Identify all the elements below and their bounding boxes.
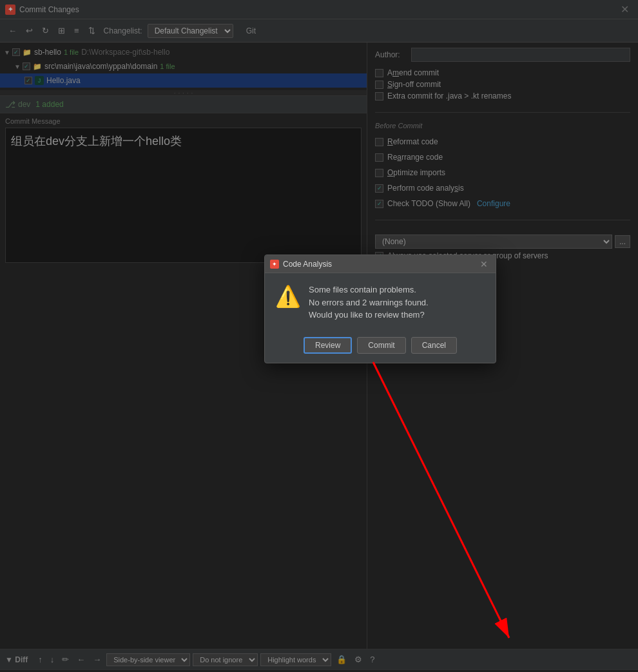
dialog-body: ⚠️ Some files contain problems. No error… (265, 273, 496, 332)
dialog-footer: Review Commit Cancel (265, 332, 496, 363)
dialog-commit-button[interactable]: Commit (357, 337, 405, 354)
dialog-app-icon: ✦ (270, 260, 279, 269)
modal-overlay: ✦ Code Analysis ✕ ⚠️ Some files contain … (0, 0, 638, 672)
dialog-title-bar: ✦ Code Analysis ✕ (265, 255, 496, 273)
dialog-close-button[interactable]: ✕ (478, 258, 490, 271)
warning-icon: ⚠️ (275, 283, 301, 309)
dialog-message: Some files contain problems. No errors a… (309, 283, 429, 322)
review-button[interactable]: Review (304, 337, 352, 354)
dialog-title: Code Analysis (283, 260, 478, 269)
code-analysis-dialog: ✦ Code Analysis ✕ ⚠️ Some files contain … (264, 254, 496, 363)
dialog-cancel-button[interactable]: Cancel (411, 337, 457, 354)
